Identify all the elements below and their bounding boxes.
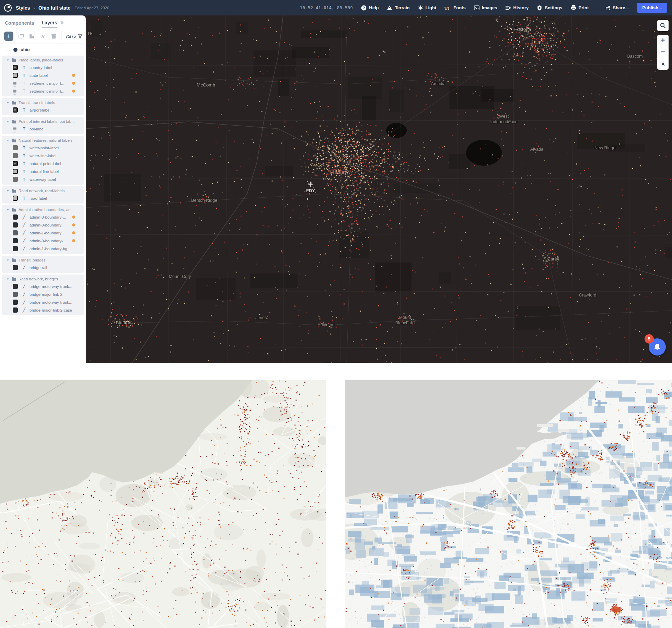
layer-row-bridge-motorway-trunk[interactable]: ╱bridge-motorway-trunk... [2, 282, 84, 290]
layer-row-road-label[interactable]: Troad-label [2, 194, 84, 202]
tab-layers[interactable]: Layers [42, 20, 57, 27]
layer-thumbnail [13, 90, 16, 93]
layer-filter[interactable]: 75/75 [66, 34, 82, 39]
line-layer-icon: ╱ [22, 238, 26, 243]
hide-layer-icon[interactable] [40, 34, 46, 39]
layer-thumbnail [13, 265, 18, 270]
layer-thumbnail [13, 300, 18, 305]
map-search-button[interactable] [657, 20, 669, 31]
layer-row-admin-0-boundary-[interactable]: ╱admin-0-boundary-... [2, 237, 84, 245]
layer-row-airport-label[interactable]: Tairport-label [2, 106, 84, 114]
layer-group-header[interactable]: ▼Transit, transit-labels [2, 99, 84, 106]
zoom-in-button[interactable]: + [657, 35, 669, 46]
collapse-caret-icon[interactable]: ▼ [7, 139, 9, 142]
layer-row-country-label[interactable]: Tcountry-label [2, 63, 84, 71]
layer-name: water-line-label [30, 154, 56, 158]
layer-row-bridge-major-link-2-case[interactable]: ╱bridge-major-link-2-case [2, 306, 84, 314]
layer-row-natural-line-label[interactable]: Tnatural-line-label [2, 167, 84, 175]
line-layer-icon: ╱ [22, 214, 26, 220]
tab-components[interactable]: Components [5, 20, 34, 27]
nav-label: Print [579, 5, 589, 10]
collapse-caret-icon[interactable]: ▼ [7, 101, 9, 104]
text-layer-icon: T [22, 169, 26, 174]
layer-row-poi-label[interactable]: Tpoi-label [2, 125, 84, 133]
layer-group-title: Transit, bridges [19, 258, 46, 262]
group-layers-icon[interactable] [29, 34, 35, 39]
terrain-icon [387, 5, 392, 10]
publish-button[interactable]: Publish... [637, 3, 667, 13]
layer-row-water-line-label[interactable]: Twater-line-label [2, 152, 84, 160]
layer-row-bridge-motorway-trunk[interactable]: ╱bridge-motorway-trunk... [2, 298, 84, 306]
delete-layer-icon[interactable] [51, 34, 56, 39]
add-layer-button[interactable]: + [4, 32, 13, 41]
print-button[interactable]: Print [571, 5, 589, 10]
layer-row-state-label[interactable]: Tstate-label [2, 71, 84, 79]
layer-row-natural-point-label[interactable]: Tnatural-point-label [2, 160, 84, 167]
fonts-button[interactable]: TtFonts [444, 5, 465, 10]
line-layer-icon: ╱ [22, 307, 26, 313]
layer-group-header[interactable]: ▼Road network, bridges [2, 276, 84, 282]
map-canvas-area[interactable]: reFostoriaBascomMcCombArcadiaWestIndepen… [86, 15, 672, 363]
help-button[interactable]: ?Help [361, 5, 379, 11]
main-map-canvas[interactable] [86, 15, 672, 363]
layer-group-header[interactable]: ▼Administrative boundaries, ad... [2, 206, 84, 213]
history-icon [506, 5, 511, 10]
layer-name: airport-label [30, 108, 50, 112]
layer-name: bridge-motorway-trunk... [30, 300, 72, 304]
layer-group-header[interactable]: ▼Point of interest labels, poi-lab... [2, 118, 84, 125]
layer-group-header[interactable]: ▼Place labels, place-labels [2, 57, 84, 63]
layer-group: ▼Transit, bridges╱bridge-rail [2, 256, 84, 273]
layer-row-bridge-major-link-2[interactable]: ╱bridge-major-link-2 [2, 290, 84, 298]
settings-button[interactable]: Settings [537, 5, 562, 11]
collapse-caret-icon[interactable]: ▼ [7, 259, 9, 262]
print-icon [571, 5, 576, 10]
collapse-caret-icon[interactable]: ▼ [7, 59, 9, 62]
layer-row-admin-0-boundary[interactable]: ╱admin-0-boundary [2, 221, 84, 229]
collapse-caret-icon[interactable]: ▼ [7, 120, 9, 123]
collapse-caret-icon[interactable]: ▼ [7, 208, 9, 211]
svg-text:Tt: Tt [444, 5, 449, 10]
preview-buildings-canvas [345, 380, 672, 628]
layer-row-admin-0-boundary-[interactable]: ╱admin-0-boundary-... [2, 213, 84, 221]
compass-button[interactable] [657, 58, 669, 70]
edited-timestamp: Edited Apr 27, 2020 [74, 6, 109, 10]
root-options-icon[interactable]: ... [6, 47, 10, 52]
share-button[interactable]: Share... [605, 5, 629, 10]
layer-row-settlement-minor-l[interactable]: Tsettlement-minor-l... [2, 87, 84, 95]
breadcrumb-styles[interactable]: Styles [16, 5, 30, 11]
layer-name: admin-1-boundary [30, 231, 61, 235]
layer-name: bridge-major-link-2-case [30, 308, 72, 312]
layer-group-header[interactable]: ▼Road network, road-labels [2, 187, 84, 194]
style-root-item[interactable]: ... ohio [0, 44, 86, 55]
layer-row-settlement-major-l[interactable]: Tsettlement-major-l... [2, 79, 84, 87]
layer-name: admin-0-boundary-... [30, 215, 66, 219]
line-layer-icon: ╱ [22, 230, 26, 235]
collapse-caret-icon[interactable]: ▼ [7, 278, 9, 281]
history-button[interactable]: History [506, 5, 529, 10]
layer-thumbnail [13, 161, 18, 166]
layer-row-water-point-label[interactable]: Twater-point-label [2, 144, 84, 152]
layer-row-bridge-rail[interactable]: ╱bridge-rail [2, 264, 84, 271]
zoom-out-button[interactable]: − [657, 46, 669, 58]
studio-body: Components Layers + 75/75 ... ohio [0, 15, 672, 363]
layer-thumbnail [13, 307, 18, 313]
text-layer-icon: T [22, 146, 26, 150]
terrain-button[interactable]: Terrain [387, 5, 409, 10]
layer-row-admin-1-boundary[interactable]: ╱admin-1-boundary [2, 229, 84, 237]
text-layer-icon: T [22, 89, 26, 94]
layer-name: waterway-label [30, 177, 56, 182]
folder-icon [12, 101, 16, 105]
duplicate-layer-icon[interactable] [19, 34, 24, 39]
collapse-caret-icon[interactable]: ▼ [7, 189, 9, 193]
layer-group-header[interactable]: ▼Transit, bridges [2, 257, 84, 264]
layer-row-waterway-label[interactable]: Twaterway-label [2, 175, 84, 183]
layer-row-admin-1-boundary-bg[interactable]: ╱admin-1-boundary-bg [2, 245, 84, 253]
light-button[interactable]: Light [418, 5, 437, 10]
layer-group-title: Administrative boundaries, ad... [19, 208, 74, 212]
images-button[interactable]: Images [474, 5, 497, 10]
layer-group: ▼Natural features, natural-labelsTwater-… [2, 136, 84, 185]
images-icon [474, 5, 479, 10]
compass-north-icon [660, 61, 666, 67]
text-layer-icon: T [22, 127, 26, 131]
layer-group-header[interactable]: ▼Natural features, natural-labels [2, 137, 84, 144]
